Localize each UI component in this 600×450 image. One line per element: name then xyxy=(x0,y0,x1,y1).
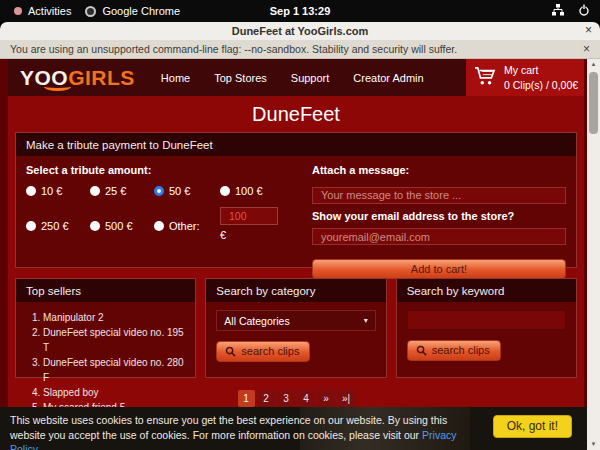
top-sellers-header: Top sellers xyxy=(16,279,195,302)
main-nav: Home Top Stores Support Creator Admin xyxy=(161,72,424,84)
top-seller-item[interactable]: Manipulator 2 xyxy=(43,310,185,325)
radio-icon xyxy=(26,221,36,231)
search-category-header: Search by category xyxy=(206,279,385,302)
page-title: DuneFeet xyxy=(8,96,584,132)
window-title-bar[interactable]: DuneFeet at YooGirls.com × xyxy=(0,22,600,40)
search-category-panel: Search by category All Categories ▾ sear… xyxy=(205,278,386,378)
tribute-amount-section: Select a tribute amount: 10 € 25 € 50 xyxy=(26,164,298,279)
radio-icon xyxy=(90,186,100,196)
nav-creator-admin[interactable]: Creator Admin xyxy=(353,72,423,84)
page-button-next[interactable]: » xyxy=(318,390,335,407)
tribute-panel-header: Make a tribute payment to DuneFeet xyxy=(16,133,576,156)
warning-text: You are using an unsupported command-lin… xyxy=(10,43,457,55)
top-seller-item[interactable]: Slapped boy xyxy=(43,385,185,400)
tribute-panel: Make a tribute payment to DuneFeet Selec… xyxy=(15,132,577,268)
scroll-up-icon[interactable]: ▲ xyxy=(587,59,600,70)
page-container: YOOGIRLS Home Top Stores Support Creator… xyxy=(8,59,584,450)
nav-top-stores[interactable]: Top Stores xyxy=(214,72,267,84)
scroll-down-icon[interactable]: ▼ xyxy=(587,439,600,450)
page-button-2[interactable]: 2 xyxy=(258,390,275,407)
cookie-accept-button[interactable]: Ok, got it! xyxy=(493,415,572,438)
search-icon xyxy=(225,346,236,357)
message-input[interactable] xyxy=(312,187,566,204)
search-keyword-header: Search by keyword xyxy=(397,279,576,302)
radio-icon xyxy=(90,221,100,231)
page-scrollbar[interactable]: ▲ ▼ xyxy=(587,59,600,450)
top-sellers-panel: Top sellers Manipulator 2 DuneFeet speci… xyxy=(15,278,196,378)
scrollbar-thumb[interactable] xyxy=(589,72,598,134)
network-icon[interactable] xyxy=(552,4,564,18)
currency-label: € xyxy=(220,229,286,241)
amount-radio-500[interactable]: 500 € xyxy=(90,210,154,241)
amount-radio-100[interactable]: 100 € xyxy=(220,185,286,197)
add-to-cart-button[interactable]: Add to cart! xyxy=(312,259,566,279)
amount-radio-50-selected[interactable]: 50 € xyxy=(154,185,220,197)
tribute-message-section: Attach a message: Show your email addres… xyxy=(298,164,566,279)
cookie-message: This website uses cookies to ensure you … xyxy=(10,413,485,450)
email-input[interactable] xyxy=(312,228,566,245)
amount-radio-25[interactable]: 25 € xyxy=(90,185,154,197)
search-clips-keyword-button[interactable]: search clips xyxy=(407,340,501,361)
keyword-input[interactable] xyxy=(407,310,566,330)
email-label: Show your email address to the store? xyxy=(312,210,566,222)
warning-close-icon[interactable]: × xyxy=(583,42,590,56)
logo-smile-icon xyxy=(44,82,71,91)
system-top-bar: Activities Google Chrome Sep 1 13:29 xyxy=(0,0,600,22)
site-header: YOOGIRLS Home Top Stores Support Creator… xyxy=(8,59,584,96)
page-button-4[interactable]: 4 xyxy=(298,390,315,407)
search-keyword-panel: Search by keyword search clips xyxy=(396,278,577,378)
cart-summary: 0 Clip(s) / 0,00€ xyxy=(504,79,578,91)
site-logo[interactable]: YOOGIRLS xyxy=(20,66,135,90)
search-icon xyxy=(416,345,427,356)
warning-bar: You are using an unsupported command-lin… xyxy=(0,40,600,59)
search-clips-category-button[interactable]: search clips xyxy=(216,341,310,362)
system-clock[interactable]: Sep 1 13:29 xyxy=(0,5,600,17)
top-seller-item[interactable]: DuneFeet special video no. 195 T xyxy=(43,325,185,355)
my-cart-button[interactable]: My cart 0 Clip(s) / 0,00€ xyxy=(466,59,584,96)
radio-icon xyxy=(154,221,164,231)
amount-radio-250[interactable]: 250 € xyxy=(26,210,90,241)
chevron-down-icon: ▾ xyxy=(364,316,368,325)
nav-support[interactable]: Support xyxy=(291,72,330,84)
amount-radio-other[interactable]: Other: xyxy=(154,210,220,241)
radio-icon xyxy=(220,186,230,196)
message-label: Attach a message: xyxy=(312,164,566,176)
radio-selected-icon xyxy=(154,186,164,196)
radio-icon xyxy=(26,186,36,196)
amount-radio-10[interactable]: 10 € xyxy=(26,185,90,197)
other-amount-input[interactable] xyxy=(220,207,278,225)
nav-home[interactable]: Home xyxy=(161,72,190,84)
logo-girls: GIRLS xyxy=(68,66,135,89)
page-button-1[interactable]: 1 xyxy=(238,390,255,407)
power-icon[interactable] xyxy=(578,4,590,18)
browser-viewport: YOOGIRLS Home Top Stores Support Creator… xyxy=(0,59,600,450)
cart-title: My cart xyxy=(504,64,538,76)
window-close-icon[interactable]: × xyxy=(585,23,592,37)
category-select[interactable]: All Categories ▾ xyxy=(216,310,375,331)
amount-label: Select a tribute amount: xyxy=(26,164,298,176)
top-seller-item[interactable]: DuneFeet special video no. 280 F xyxy=(43,355,185,385)
page-button-3[interactable]: 3 xyxy=(278,390,295,407)
cookie-consent-bar: This website uses cookies to ensure you … xyxy=(0,407,587,450)
window-title: DuneFeet at YooGirls.com xyxy=(232,25,369,37)
cart-icon xyxy=(474,66,496,90)
page-button-last[interactable]: »| xyxy=(338,390,355,407)
category-selected-option: All Categories xyxy=(224,315,289,327)
